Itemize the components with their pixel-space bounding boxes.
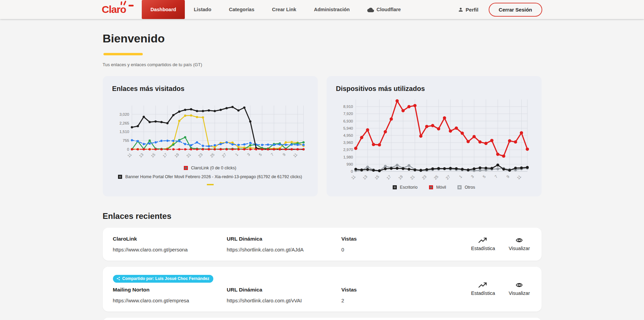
legend-item-banner[interactable]: Banner Home Portal Ofer Movil Febrero 20… [118, 174, 302, 179]
svg-text:11: 11 [126, 152, 132, 158]
estadistica-button[interactable]: Estadística [471, 237, 495, 251]
svg-text:15: 15 [150, 152, 156, 158]
svg-text:0: 0 [127, 147, 129, 151]
trending-up-icon [479, 237, 487, 243]
legend-swatch [457, 185, 462, 189]
svg-text:7: 7 [270, 152, 274, 157]
svg-text:27: 27 [221, 152, 227, 158]
nav-tab-categorias[interactable]: Categorías [220, 0, 263, 19]
legend-swatch [118, 175, 122, 179]
visualizar-button[interactable]: Visualizar [509, 237, 530, 251]
link-short-url: https://shortlink.claro.com.gt/AJdA [227, 247, 326, 252]
svg-text:11: 11 [516, 174, 522, 180]
legend-item-clarolink[interactable]: ClaroLink (0 de 0 clicks) [184, 166, 236, 170]
nav-tab-cloudflare[interactable]: Cloudflare [358, 0, 410, 19]
link-short-url: https://shortlink.claro.com.gt/vVAI [227, 298, 326, 303]
shared-badge: Compartido por: Luis Josué Choc Fernánde… [113, 275, 214, 283]
nav-tab-dashboard[interactable]: Dashboard [142, 0, 185, 19]
link-url: https://www.claro.com.gt/persona [113, 247, 212, 252]
legend-yellow-dash [207, 184, 214, 185]
link-views: 0 [341, 247, 441, 252]
svg-text:27: 27 [445, 174, 451, 181]
legend-label: ClaroLink (0 de 0 clicks) [191, 166, 236, 170]
visualizar-button[interactable]: Visualizar [509, 282, 530, 296]
logo-dash-mark [129, 5, 134, 6]
link-card: Compartido por: Luis Josué Choc Fernánde… [103, 267, 542, 312]
nav-tab-label: Categorías [229, 7, 254, 12]
profile-button[interactable]: Perfil [458, 7, 479, 13]
nav-tab-label: Listado [194, 7, 211, 12]
svg-text:7: 7 [494, 174, 498, 179]
url-dinamica-label: URL Dinámica [227, 236, 341, 242]
legend-swatch [393, 185, 397, 189]
svg-text:2,265: 2,265 [119, 121, 129, 125]
logo-accent-mark [120, 1, 122, 5]
svg-text:5: 5 [482, 174, 486, 179]
shared-badge-label: Compartido por: Luis Josué Choc Fernánde… [122, 276, 210, 281]
legend-label: Otros [465, 185, 475, 190]
svg-text:19: 19 [397, 174, 404, 181]
eye-icon [515, 282, 523, 288]
cloud-icon [367, 7, 374, 12]
svg-text:5: 5 [258, 152, 262, 157]
svg-text:1,980: 1,980 [343, 155, 353, 159]
svg-text:3: 3 [246, 152, 251, 157]
svg-text:17: 17 [162, 152, 168, 158]
link-card: ClaroLink https://www.claro.com.gt/perso… [103, 228, 542, 261]
svg-text:1: 1 [234, 152, 239, 157]
svg-text:21: 21 [409, 174, 415, 181]
svg-text:23: 23 [421, 174, 427, 181]
trending-up-icon [479, 282, 487, 288]
nav-tab-listado[interactable]: Listado [185, 0, 220, 19]
nav-tab-administracion[interactable]: Administración [305, 0, 359, 19]
svg-text:2,970: 2,970 [343, 148, 353, 152]
legend-item-movil[interactable]: Móvil [429, 185, 446, 190]
svg-text:1: 1 [458, 174, 463, 179]
link-title: Mailing Norton [113, 287, 227, 293]
svg-text:4,950: 4,950 [343, 133, 353, 137]
estadistica-button[interactable]: Estadística [471, 282, 495, 296]
vistas-label: Vistas [341, 236, 468, 242]
svg-text:1,510: 1,510 [119, 130, 129, 134]
svg-text:6,930: 6,930 [343, 119, 353, 123]
action-label: Estadística [471, 290, 495, 296]
svg-text:3,960: 3,960 [343, 140, 353, 145]
top-navbar: Claro Dashboard Listado Categorías Crear… [0, 0, 644, 19]
main-content: Bienvenido Tus enlaces y enlaces compart… [103, 32, 542, 320]
svg-text:25: 25 [433, 174, 439, 181]
action-label: Visualizar [509, 246, 530, 251]
share-icon [116, 277, 120, 281]
action-label: Visualizar [509, 290, 530, 296]
claro-logo-text: Claro [102, 4, 126, 15]
svg-text:13: 13 [362, 174, 368, 181]
legend-label: Escritorio [400, 185, 417, 190]
svg-text:15: 15 [374, 174, 380, 181]
url-dinamica-label: URL Dinámica [227, 287, 341, 293]
chart-legend: ClaroLink (0 de 0 clicks) Banner Home Po… [112, 166, 308, 185]
svg-text:755: 755 [122, 138, 129, 143]
nav-tab-crear-link[interactable]: Crear Link [263, 0, 305, 19]
chart-card-dispositivos: Dispositivos más utilizados 09901,9802,9… [327, 76, 542, 196]
legend-item-otros[interactable]: Otros [457, 185, 475, 190]
svg-text:13: 13 [138, 152, 144, 158]
line-chart-dispositivos: 09901,9802,9703,9604,9505,9406,9307,9208… [336, 96, 532, 184]
legend-swatch [184, 166, 188, 170]
profile-label: Perfil [466, 7, 479, 13]
nav-tab-label: Dashboard [151, 7, 176, 12]
svg-text:990: 990 [346, 162, 353, 166]
person-icon [458, 7, 464, 13]
svg-text:5,940: 5,940 [343, 126, 353, 130]
charts-row: Enlaces más visitados 07551,5102,2653,02… [103, 76, 542, 196]
claro-logo[interactable]: Claro [102, 4, 134, 15]
chart-title: Dispositivos más utilizados [336, 85, 532, 93]
svg-text:0: 0 [351, 169, 353, 173]
logout-button[interactable]: Cerrar Sesión [489, 3, 542, 17]
page-title: Bienvenido [103, 32, 542, 45]
legend-item-escritorio[interactable]: Escritorio [393, 185, 417, 190]
svg-text:25: 25 [209, 152, 215, 158]
line-chart-enlaces: 07551,5102,2653,020111315171921232527135… [112, 102, 308, 162]
eye-icon [515, 237, 523, 243]
chart-card-enlaces: Enlaces más visitados 07551,5102,2653,02… [103, 76, 318, 196]
legend-label: Banner Home Portal Ofer Movil Febrero 20… [125, 174, 302, 179]
title-underline [103, 53, 143, 55]
